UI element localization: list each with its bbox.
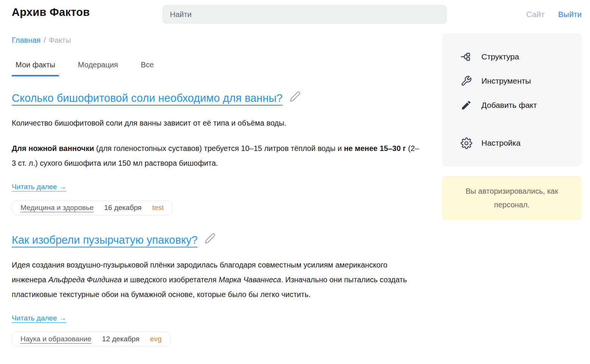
tab-my-facts[interactable]: Мои факты xyxy=(12,61,59,76)
text-segment: Количество бишофитовой соли для ванны за… xyxy=(12,119,286,127)
content-column: Главная / Факты Мои фактыМодерацияВсе Ск… xyxy=(12,33,432,347)
read-more-link[interactable]: Читать далее → xyxy=(12,314,66,322)
article-meta: Медицина и здоровье16 декабряtest xyxy=(12,200,173,215)
text-segment: и шведского изобретателя xyxy=(122,275,219,284)
tab-moderation[interactable]: Модерация xyxy=(74,61,122,76)
gear-icon xyxy=(460,137,472,149)
nav-logout-link[interactable]: Выйти xyxy=(558,10,582,19)
sidebar-item-add-fact[interactable]: Добавить факт xyxy=(442,99,582,111)
header-nav: Сайт Выйти xyxy=(526,10,582,19)
breadcrumb: Главная / Факты xyxy=(12,36,432,45)
text-segment: Марка Чаваннеса xyxy=(219,275,281,284)
edit-pencil-icon[interactable] xyxy=(290,91,301,102)
text-segment: Для ножной ванночки xyxy=(12,144,94,152)
tab-all[interactable]: Все xyxy=(137,61,157,76)
sidebar-item-label: Настройка xyxy=(481,138,520,148)
search-input[interactable] xyxy=(163,5,447,23)
text-segment: не менее 15–30 г xyxy=(344,144,406,152)
article-title-link[interactable]: Сколько бишофитовой соли необходимо для … xyxy=(12,91,283,105)
author-label: test xyxy=(152,204,164,212)
article-title: Как изобрели пузырчатую упаковку? xyxy=(12,233,432,247)
category-link[interactable]: Медицина и здоровье xyxy=(20,204,93,212)
pencil-icon xyxy=(460,99,472,111)
article-meta: Наука и образование12 декабряevg xyxy=(12,331,170,347)
sidebar-item-tools[interactable]: Инструменты xyxy=(442,75,582,87)
article-paragraph: Для ножной ванночки (для голеностопных с… xyxy=(12,141,422,171)
edit-pencil-icon[interactable] xyxy=(204,233,216,244)
article: Как изобрели пузырчатую упаковку?Идея со… xyxy=(12,233,432,347)
header: Архив Фактов Сайт Выйти xyxy=(0,0,590,29)
text-segment: (для голеностопных суставов) требуется 1… xyxy=(94,144,344,152)
author-label: evg xyxy=(150,335,162,343)
sidebar-item-label: Добавить факт xyxy=(481,101,537,110)
sidebar-item-structure[interactable]: Структура xyxy=(442,51,582,63)
breadcrumb-current: Факты xyxy=(49,36,71,45)
sidebar-item-label: Структура xyxy=(481,52,519,61)
publish-date: 12 декабря xyxy=(102,335,140,343)
structure-icon xyxy=(460,51,472,63)
sidebar-column: СтруктураИнструментыДобавить фактНастрой… xyxy=(442,33,582,347)
breadcrumb-home-link[interactable]: Главная xyxy=(12,36,40,45)
publish-date: 16 декабря xyxy=(104,204,142,212)
sidebar-item-settings[interactable]: Настройка xyxy=(442,137,582,149)
breadcrumb-separator: / xyxy=(44,36,46,45)
article: Сколько бишофитовой соли необходимо для … xyxy=(12,91,432,215)
category-link[interactable]: Наука и образование xyxy=(20,335,92,343)
articles-list: Сколько бишофитовой соли необходимо для … xyxy=(12,91,432,347)
nav-site-link[interactable]: Сайт xyxy=(526,10,544,19)
article-paragraph: Количество бишофитовой соли для ванны за… xyxy=(12,116,422,131)
article-title: Сколько бишофитовой соли необходимо для … xyxy=(12,91,432,105)
text-segment: Альфреда Филдинга xyxy=(48,275,122,284)
main-layout: Главная / Факты Мои фактыМодерацияВсе Ск… xyxy=(0,33,590,347)
article-paragraph: Идея создания воздушно-пузырьковой плёнк… xyxy=(12,258,422,302)
sidebar-item-label: Инструменты xyxy=(481,76,531,86)
wrench-icon xyxy=(460,75,472,87)
auth-notice: Вы авторизировались, как персонал. xyxy=(442,176,582,220)
article-title-link[interactable]: Как изобрели пузырчатую упаковку? xyxy=(12,233,198,247)
read-more-link[interactable]: Читать далее → xyxy=(12,183,66,191)
page: Архив Фактов Сайт Выйти Главная / Факты … xyxy=(0,0,590,364)
tabs: Мои фактыМодерацияВсе xyxy=(12,61,432,76)
sidebar-menu: СтруктураИнструментыДобавить фактНастрой… xyxy=(442,33,582,166)
site-title: Архив Фактов xyxy=(12,6,90,19)
